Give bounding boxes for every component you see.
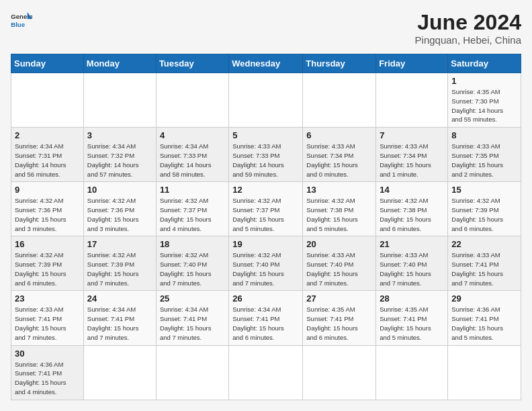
day-number: 5 — [232, 130, 299, 140]
day-number: 11 — [160, 185, 225, 195]
calendar-cell — [229, 345, 303, 400]
calendar-cell: 12Sunrise: 4:32 AM Sunset: 7:37 PM Dayli… — [229, 182, 303, 236]
day-info: Sunrise: 4:34 AM Sunset: 7:33 PM Dayligh… — [160, 142, 225, 179]
calendar-week-2: 2Sunrise: 4:34 AM Sunset: 7:31 PM Daylig… — [11, 128, 521, 182]
day-number: 22 — [451, 239, 517, 249]
day-number: 7 — [380, 130, 444, 140]
day-number: 8 — [451, 130, 517, 140]
weekday-header-row: SundayMondayTuesdayWednesdayThursdayFrid… — [11, 54, 521, 73]
day-number: 15 — [451, 185, 517, 195]
day-number: 29 — [451, 293, 517, 304]
day-info: Sunrise: 4:35 AM Sunset: 7:41 PM Dayligh… — [380, 305, 444, 342]
logo: General Blue — [11, 11, 32, 30]
day-number: 19 — [232, 239, 299, 249]
weekday-header-wednesday: Wednesday — [229, 54, 303, 73]
weekday-header-monday: Monday — [83, 54, 156, 73]
day-info: Sunrise: 4:33 AM Sunset: 7:35 PM Dayligh… — [451, 142, 517, 179]
day-info: Sunrise: 4:36 AM Sunset: 7:41 PM Dayligh… — [451, 305, 517, 342]
calendar-cell: 19Sunrise: 4:32 AM Sunset: 7:40 PM Dayli… — [229, 236, 303, 291]
calendar-cell — [376, 73, 448, 128]
day-info: Sunrise: 4:33 AM Sunset: 7:40 PM Dayligh… — [306, 250, 372, 287]
calendar-cell — [11, 73, 84, 128]
day-number: 9 — [15, 185, 80, 195]
day-info: Sunrise: 4:34 AM Sunset: 7:41 PM Dayligh… — [87, 305, 152, 342]
weekday-header-friday: Friday — [376, 54, 448, 73]
calendar-cell: 4Sunrise: 4:34 AM Sunset: 7:33 PM Daylig… — [156, 128, 228, 182]
day-info: Sunrise: 4:32 AM Sunset: 7:37 PM Dayligh… — [232, 196, 299, 233]
weekday-header-saturday: Saturday — [448, 54, 521, 73]
calendar-cell: 9Sunrise: 4:32 AM Sunset: 7:36 PM Daylig… — [11, 182, 84, 236]
calendar-cell: 16Sunrise: 4:32 AM Sunset: 7:39 PM Dayli… — [11, 236, 84, 291]
day-number: 4 — [160, 130, 225, 140]
day-number: 20 — [306, 239, 372, 249]
calendar-cell — [303, 73, 376, 128]
day-info: Sunrise: 4:32 AM Sunset: 7:39 PM Dayligh… — [15, 250, 80, 287]
calendar-week-5: 23Sunrise: 4:33 AM Sunset: 7:41 PM Dayli… — [11, 291, 521, 345]
calendar-cell — [156, 345, 228, 400]
day-info: Sunrise: 4:32 AM Sunset: 7:38 PM Dayligh… — [306, 196, 372, 233]
calendar-table: SundayMondayTuesdayWednesdayThursdayFrid… — [11, 54, 521, 400]
calendar-week-3: 9Sunrise: 4:32 AM Sunset: 7:36 PM Daylig… — [11, 182, 521, 236]
day-number: 10 — [87, 185, 152, 195]
day-number: 18 — [160, 239, 225, 249]
calendar-week-4: 16Sunrise: 4:32 AM Sunset: 7:39 PM Dayli… — [11, 236, 521, 291]
day-info: Sunrise: 4:32 AM Sunset: 7:40 PM Dayligh… — [160, 250, 225, 287]
day-number: 13 — [306, 185, 372, 195]
calendar-cell: 10Sunrise: 4:32 AM Sunset: 7:36 PM Dayli… — [83, 182, 156, 236]
calendar-cell: 17Sunrise: 4:32 AM Sunset: 7:39 PM Dayli… — [83, 236, 156, 291]
calendar-week-1: 1Sunrise: 4:35 AM Sunset: 7:30 PM Daylig… — [11, 73, 521, 128]
calendar-cell: 11Sunrise: 4:32 AM Sunset: 7:37 PM Dayli… — [156, 182, 228, 236]
calendar-cell: 25Sunrise: 4:34 AM Sunset: 7:41 PM Dayli… — [156, 291, 228, 345]
day-info: Sunrise: 4:34 AM Sunset: 7:32 PM Dayligh… — [87, 142, 152, 179]
day-number: 24 — [87, 293, 152, 304]
calendar-header: SundayMondayTuesdayWednesdayThursdayFrid… — [11, 54, 521, 73]
day-number: 21 — [380, 239, 444, 249]
day-number: 28 — [380, 293, 444, 304]
day-number: 27 — [306, 293, 372, 304]
calendar-cell: 26Sunrise: 4:34 AM Sunset: 7:41 PM Dayli… — [229, 291, 303, 345]
title-area: June 2024 Pingquan, Hebei, China — [415, 11, 521, 46]
logo-icon: General Blue — [11, 11, 32, 30]
calendar-cell: 29Sunrise: 4:36 AM Sunset: 7:41 PM Dayli… — [448, 291, 521, 345]
location-subtitle: Pingquan, Hebei, China — [415, 34, 521, 46]
weekday-header-sunday: Sunday — [11, 54, 84, 73]
day-info: Sunrise: 4:33 AM Sunset: 7:34 PM Dayligh… — [306, 142, 372, 179]
day-info: Sunrise: 4:33 AM Sunset: 7:33 PM Dayligh… — [232, 142, 299, 179]
calendar-cell: 8Sunrise: 4:33 AM Sunset: 7:35 PM Daylig… — [448, 128, 521, 182]
day-info: Sunrise: 4:33 AM Sunset: 7:41 PM Dayligh… — [451, 250, 517, 287]
calendar-week-6: 30Sunrise: 4:36 AM Sunset: 7:41 PM Dayli… — [11, 345, 521, 400]
day-info: Sunrise: 4:32 AM Sunset: 7:39 PM Dayligh… — [87, 250, 152, 287]
month-title: June 2024 — [415, 11, 521, 34]
calendar-cell — [83, 345, 156, 400]
day-number: 25 — [160, 293, 225, 304]
day-number: 30 — [15, 349, 80, 359]
day-number: 16 — [15, 239, 80, 249]
day-number: 17 — [87, 239, 152, 249]
day-number: 12 — [232, 185, 299, 195]
calendar-cell: 30Sunrise: 4:36 AM Sunset: 7:41 PM Dayli… — [11, 345, 84, 400]
calendar-cell: 20Sunrise: 4:33 AM Sunset: 7:40 PM Dayli… — [303, 236, 376, 291]
day-info: Sunrise: 4:34 AM Sunset: 7:31 PM Dayligh… — [15, 142, 80, 179]
day-info: Sunrise: 4:32 AM Sunset: 7:37 PM Dayligh… — [160, 196, 225, 233]
calendar-cell: 13Sunrise: 4:32 AM Sunset: 7:38 PM Dayli… — [303, 182, 376, 236]
calendar-cell: 21Sunrise: 4:33 AM Sunset: 7:40 PM Dayli… — [376, 236, 448, 291]
day-number: 2 — [15, 130, 80, 140]
day-info: Sunrise: 4:32 AM Sunset: 7:36 PM Dayligh… — [87, 196, 152, 233]
page-header: General Blue June 2024 Pingquan, Hebei, … — [11, 11, 521, 46]
day-info: Sunrise: 4:33 AM Sunset: 7:40 PM Dayligh… — [380, 250, 444, 287]
calendar-cell: 22Sunrise: 4:33 AM Sunset: 7:41 PM Dayli… — [448, 236, 521, 291]
day-info: Sunrise: 4:35 AM Sunset: 7:30 PM Dayligh… — [451, 87, 517, 124]
day-info: Sunrise: 4:32 AM Sunset: 7:38 PM Dayligh… — [380, 196, 444, 233]
day-info: Sunrise: 4:34 AM Sunset: 7:41 PM Dayligh… — [160, 305, 225, 342]
day-number: 1 — [451, 76, 517, 86]
svg-text:Blue: Blue — [11, 21, 25, 28]
calendar-cell: 18Sunrise: 4:32 AM Sunset: 7:40 PM Dayli… — [156, 236, 228, 291]
calendar-body: 1Sunrise: 4:35 AM Sunset: 7:30 PM Daylig… — [11, 73, 521, 400]
calendar-cell: 6Sunrise: 4:33 AM Sunset: 7:34 PM Daylig… — [303, 128, 376, 182]
weekday-header-tuesday: Tuesday — [156, 54, 228, 73]
calendar-cell: 15Sunrise: 4:32 AM Sunset: 7:39 PM Dayli… — [448, 182, 521, 236]
day-info: Sunrise: 4:35 AM Sunset: 7:41 PM Dayligh… — [306, 305, 372, 342]
calendar-cell: 2Sunrise: 4:34 AM Sunset: 7:31 PM Daylig… — [11, 128, 84, 182]
calendar-cell — [83, 73, 156, 128]
calendar-cell — [229, 73, 303, 128]
